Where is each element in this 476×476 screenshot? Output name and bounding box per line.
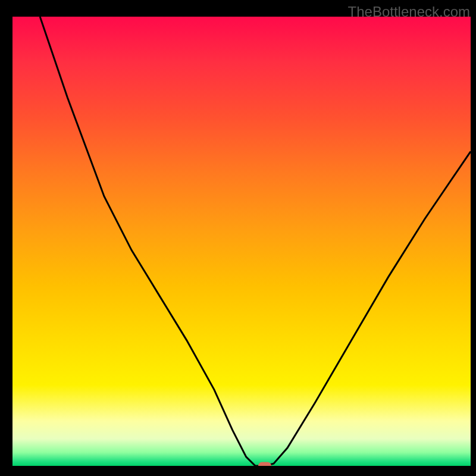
watermark-text: TheBottleneck.com (348, 4, 470, 20)
curve-line (40, 17, 471, 466)
optimal-point-marker (258, 462, 271, 466)
bottleneck-curve (12, 17, 471, 466)
chart-plot-area (12, 17, 471, 466)
